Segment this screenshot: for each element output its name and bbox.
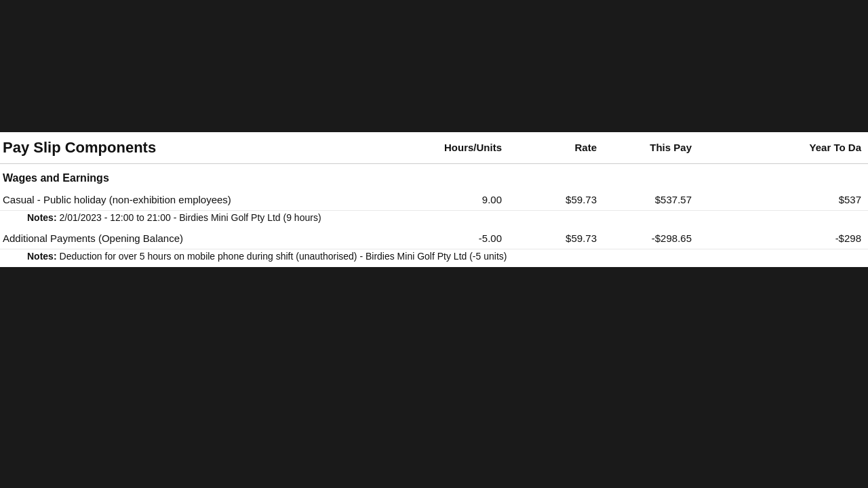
page-title: Pay Slip Components — [3, 139, 156, 156]
data-row-2: Additional Payments (Opening Balance) -5… — [0, 228, 868, 249]
row-1-label: Casual - Public holiday (non-exhibition … — [0, 194, 407, 205]
rate-header: Rate — [515, 142, 610, 154]
row-1-hours: 9.00 — [407, 194, 515, 206]
row-2-hours: -5.00 — [407, 232, 515, 245]
rate-label: Rate — [574, 142, 597, 153]
bottom-background — [0, 267, 868, 423]
top-background — [0, 0, 868, 132]
ytd-label: Year To Da — [810, 142, 861, 153]
data-row-1: Casual - Public holiday (non-exhibition … — [0, 190, 868, 211]
ytd-header: Year To Da — [705, 142, 868, 154]
row-1-notes: Notes: 2/01/2023 - 12:00 to 21:00 - Bird… — [0, 211, 868, 228]
row-1-thispay: $537.57 — [610, 194, 705, 206]
payslip-content: Pay Slip Components Hours/Units Rate Thi… — [0, 132, 868, 267]
thispay-label: This Pay — [650, 142, 692, 153]
row-1: Casual - Public holiday (non-exhibition … — [0, 190, 868, 228]
row-2-ytd: -$298 — [705, 232, 868, 245]
wages-section-title: Wages and Earnings — [0, 164, 868, 190]
table-header: Pay Slip Components Hours/Units Rate Thi… — [0, 132, 868, 164]
hours-label: Hours/Units — [444, 142, 502, 153]
row-2: Additional Payments (Opening Balance) -5… — [0, 228, 868, 267]
hours-header: Hours/Units — [407, 142, 515, 154]
row-1-rate: $59.73 — [515, 194, 610, 206]
row-2-rate: $59.73 — [515, 232, 610, 245]
thispay-header: This Pay — [610, 142, 705, 154]
component-header: Pay Slip Components — [0, 139, 407, 157]
row-2-thispay: -$298.65 — [610, 232, 705, 245]
row-2-notes: Notes: Deduction for over 5 hours on mob… — [0, 249, 868, 267]
row-1-ytd: $537 — [705, 194, 868, 206]
row-2-label: Additional Payments (Opening Balance) — [0, 232, 407, 244]
